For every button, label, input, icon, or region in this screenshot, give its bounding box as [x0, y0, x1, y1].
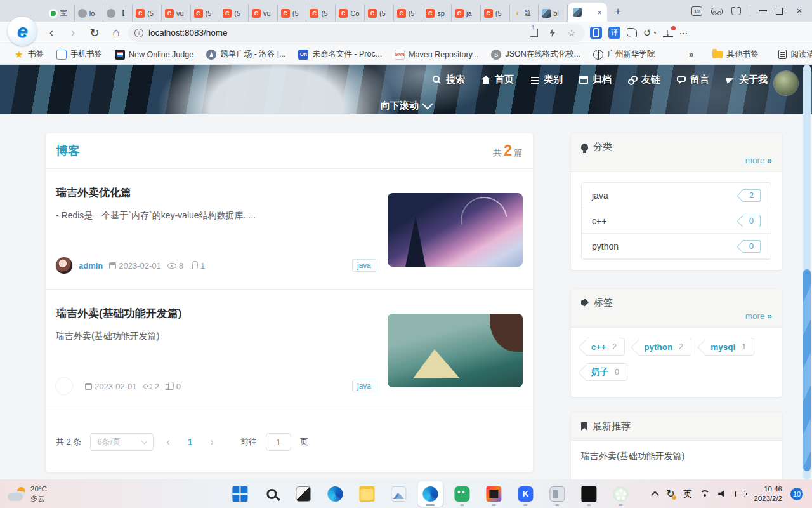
reading-list[interactable]: 阅读清单 [772, 47, 812, 62]
browser-tab[interactable]: (5 × [365, 4, 394, 22]
next-page-button[interactable]: › [207, 436, 218, 448]
window-restore-button[interactable] [776, 8, 783, 15]
category-row[interactable]: java 2 [582, 183, 771, 208]
post-category-tag[interactable]: java [352, 259, 376, 272]
volume-icon[interactable] [718, 490, 727, 498]
browser-tab[interactable]: vu × [249, 4, 278, 22]
sync-status-icon[interactable]: ↻ [666, 488, 674, 500]
taskbar-app-button[interactable] [291, 481, 316, 507]
taskbar-app-button[interactable] [227, 481, 252, 507]
nav-item[interactable]: 友链 [628, 74, 660, 86]
bookmark-item[interactable]: JSON在线格式化校... [485, 47, 587, 62]
tag-pill[interactable]: python 2 [639, 338, 691, 356]
site-info-icon[interactable]: i [134, 29, 143, 37]
nav-item[interactable]: 首页 [481, 74, 514, 86]
goto-page-input[interactable] [266, 433, 291, 451]
tag-pill[interactable]: c++ 2 [586, 338, 625, 356]
bookmark-item[interactable]: 手机书签 [50, 47, 108, 62]
password-manager-icon[interactable] [590, 27, 602, 39]
other-bookmarks[interactable]: 其他书签 [706, 47, 764, 62]
url-text[interactable]: localhost:8083/home [148, 28, 521, 37]
category-row[interactable]: c++ 0 [582, 208, 771, 234]
taskbar-app-button[interactable] [449, 481, 475, 507]
nav-item[interactable]: 类别 [530, 74, 563, 86]
nav-item[interactable]: 归档 [579, 74, 612, 86]
back-button[interactable]: ‹ [42, 24, 61, 42]
tag-pill[interactable]: mysql 1 [705, 338, 754, 356]
post-item[interactable]: 瑞吉外卖(基础功能开发篇) 瑞吉外卖(基础功能开发篇) 2023-02-01 [46, 290, 533, 410]
tab-close-icon[interactable]: × [597, 8, 602, 17]
window-minimize-button[interactable] [759, 10, 767, 11]
browser-tab[interactable]: (5 × [306, 4, 336, 22]
browser-tab[interactable]: 宝 × [46, 4, 75, 22]
page-size-select[interactable]: 6条/页 [90, 433, 154, 451]
post-title[interactable]: 瑞吉外卖优化篇 [56, 185, 376, 200]
taskbar-app-button[interactable] [259, 481, 284, 507]
post-thumbnail[interactable] [388, 314, 523, 387]
author-link[interactable]: admin [79, 261, 103, 271]
browser-tab[interactable]: (5 × [481, 4, 510, 22]
tag-pill[interactable]: 奶子 0 [586, 363, 627, 381]
bookmarks-overflow-icon[interactable]: » [684, 50, 698, 59]
browser-tab[interactable]: bl × [539, 4, 568, 22]
games-icon[interactable] [711, 8, 723, 14]
browser-tab[interactable]: (5 × [133, 4, 162, 22]
browser-tab[interactable]: (5 × [219, 4, 249, 22]
browser-tab[interactable]: sp × [422, 4, 452, 22]
browser-tab[interactable]: (5 × [394, 4, 423, 22]
recommend-item[interactable]: 瑞吉外卖(基础功能开发篇) [571, 441, 782, 472]
browser-tab[interactable]: 题 × [510, 4, 539, 22]
browser-tab[interactable]: lo × [75, 4, 104, 22]
taskbar-app-button[interactable] [322, 481, 348, 507]
taskbar-app-button[interactable] [608, 481, 633, 507]
translate-icon[interactable]: 译 [608, 27, 620, 39]
nav-item[interactable]: 关于我 [726, 74, 768, 86]
taskbar-app-button[interactable] [354, 481, 379, 507]
notification-badge[interactable]: 10 [790, 488, 803, 500]
forward-button[interactable]: › [63, 24, 82, 42]
categories-more-link[interactable]: more » [581, 153, 771, 166]
tags-more-link[interactable]: more » [581, 309, 771, 322]
category-row[interactable]: python 0 [582, 234, 771, 259]
tab-count-icon[interactable]: 19 [691, 6, 702, 16]
nav-item[interactable]: 留言 [677, 74, 709, 86]
shopping-icon[interactable] [731, 7, 741, 15]
new-tab-button[interactable]: + [610, 3, 626, 20]
nav-item[interactable]: 搜索 [433, 74, 465, 86]
clock[interactable]: 10:46 2023/2/2 [754, 485, 782, 504]
ime-indicator[interactable]: 英 [683, 488, 692, 500]
favorite-star-icon[interactable]: ☆ [565, 28, 579, 38]
current-page[interactable]: 1 [183, 437, 198, 447]
post-item[interactable]: 瑞吉外卖优化篇 - Redis是一个基于`内存`的key-value结构数据库.… [46, 169, 533, 290]
bookmark-item[interactable]: 书签 [8, 47, 50, 62]
taskbar-app-button[interactable] [544, 481, 570, 507]
bookmark-item[interactable]: 广州新华学院 [587, 47, 661, 62]
extension-icon[interactable] [627, 28, 637, 37]
bookmark-item[interactable]: Maven Repository... [388, 47, 485, 62]
refresh-button[interactable]: ↻ [85, 24, 104, 42]
browser-tab[interactable]: × [568, 3, 607, 22]
weather-widget[interactable]: 20°C 多云 [0, 485, 47, 503]
battery-icon[interactable] [735, 491, 745, 497]
browser-tab[interactable]: (5 × [278, 4, 307, 22]
post-thumbnail[interactable] [388, 193, 523, 267]
browser-tab[interactable]: ja × [452, 4, 481, 22]
browser-tab[interactable]: (5 × [191, 4, 220, 22]
user-avatar[interactable] [774, 71, 798, 95]
home-button[interactable]: ⌂ [107, 24, 126, 42]
browser-tab[interactable]: vu × [162, 4, 191, 22]
window-close-button[interactable]: × [792, 6, 807, 16]
taskbar-app-button[interactable] [386, 481, 411, 507]
wifi-icon[interactable] [700, 490, 710, 498]
settings-menu-icon[interactable]: ⋯ [679, 28, 689, 38]
performance-icon[interactable] [546, 29, 560, 37]
prev-page-button[interactable]: ‹ [162, 436, 173, 448]
address-bar[interactable]: i localhost:8083/home ☆ [128, 24, 585, 42]
edge-logo[interactable]: e [8, 17, 37, 46]
bookmark-item[interactable]: 未命名文件 - Proc... [292, 47, 388, 62]
scrollbar-thumb[interactable] [803, 269, 811, 471]
downloads-icon[interactable]: ↓ [663, 29, 673, 37]
page-scrollbar[interactable] [803, 65, 811, 479]
post-title[interactable]: 瑞吉外卖(基础功能开发篇) [56, 306, 376, 321]
browser-tab[interactable]: Co × [336, 4, 365, 22]
